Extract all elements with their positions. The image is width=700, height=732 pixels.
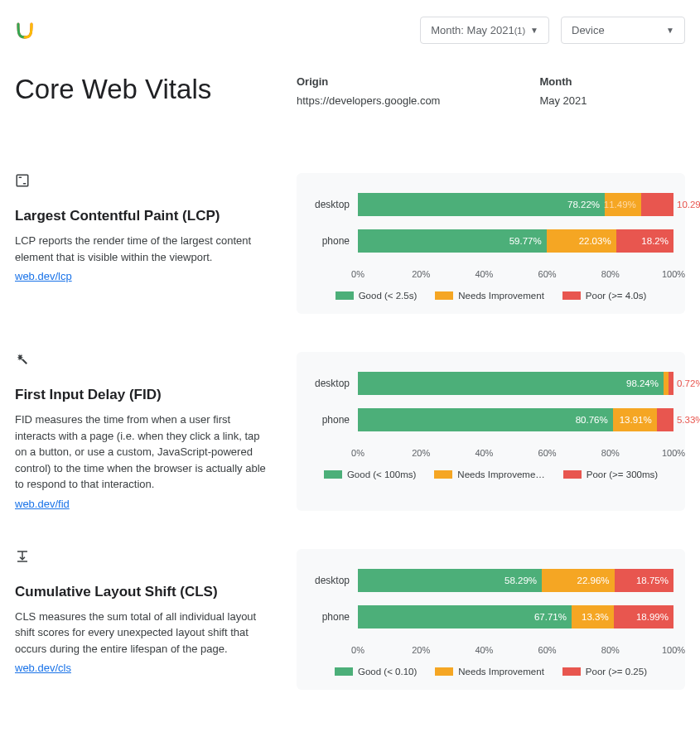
chevron-down-icon: ▼: [530, 26, 538, 35]
device-dropdown-label: Device: [572, 24, 605, 36]
fid-axis: 0% 20% 40% 60% 80% 100%: [358, 445, 673, 461]
lcp-desktop-needs: 11.49%: [605, 193, 641, 216]
month-dropdown-count: (1): [514, 26, 525, 36]
bar-label: phone: [308, 611, 358, 623]
cls-desc: CLS measures the sum total of all indivi…: [15, 609, 272, 657]
legend-needs: Needs Improvement: [435, 291, 544, 301]
legend-poor: Poor (>= 4.0s): [562, 291, 647, 301]
bar-label: phone: [308, 414, 358, 426]
device-dropdown[interactable]: Device ▼: [561, 17, 685, 44]
cls-legend: Good (< 0.10) Needs Improvement Poor (>=…: [308, 667, 673, 677]
bar-label: desktop: [308, 199, 358, 210]
month-dropdown-value: May 2021: [467, 24, 514, 36]
cls-section: Cumulative Layout Shift (CLS) CLS measur…: [15, 549, 685, 690]
fid-phone-poor: 5.33%: [657, 408, 673, 431]
app-logo: [15, 21, 35, 41]
lcp-title: Largest Contentful Paint (LCP): [15, 208, 272, 224]
title-row: Core Web Vitals Origin https://developer…: [15, 74, 685, 107]
month-label: Month: [539, 75, 587, 88]
bar-label: phone: [308, 235, 358, 247]
cls-axis: 0% 20% 40% 60% 80% 100%: [358, 642, 673, 658]
bar-label: desktop: [308, 378, 358, 389]
fid-title: First Input Delay (FID): [15, 387, 272, 403]
fid-icon: [15, 352, 30, 367]
cls-chart: desktop 58.29% 22.96% 18.75% phone 67.71…: [297, 549, 685, 690]
meta-block: Origin https://developers.google.com Mon…: [297, 75, 587, 107]
lcp-link[interactable]: web.dev/lcp: [15, 270, 72, 282]
fid-bar-desktop: desktop 98.24% 0.72%: [308, 372, 673, 395]
lcp-icon: [15, 173, 30, 188]
lcp-desktop-poor: 10.29%: [641, 193, 673, 216]
lcp-phone-good: 59.77%: [358, 229, 547, 253]
cls-link[interactable]: web.dev/cls: [15, 662, 71, 674]
cls-icon: [15, 549, 30, 564]
month-value: May 2021: [539, 94, 587, 107]
lcp-phone-poor: 18.2%: [616, 229, 673, 253]
cls-title: Cumulative Layout Shift (CLS): [15, 584, 272, 600]
fid-desktop-good: 98.24%: [358, 372, 664, 395]
cls-info: Cumulative Layout Shift (CLS) CLS measur…: [15, 549, 297, 690]
lcp-desktop-good: 78.22%: [358, 193, 605, 216]
fid-desktop-poor: 0.72%: [669, 372, 673, 395]
origin-value: https://developers.google.com: [297, 94, 440, 107]
legend-good: Good (< 0.10): [335, 667, 417, 677]
fid-chart: desktop 98.24% 0.72% phone 80.76% 13.91%…: [297, 352, 685, 511]
fid-phone-good: 80.76%: [358, 408, 613, 431]
legend-poor: Poor (>= 300ms): [563, 470, 658, 479]
fid-bar-phone: phone 80.76% 13.91% 5.33%: [308, 408, 673, 431]
lcp-desc: LCP reports the render time of the large…: [15, 233, 272, 265]
fid-link[interactable]: web.dev/fid: [15, 498, 70, 510]
page-title: Core Web Vitals: [15, 74, 297, 105]
fid-info: First Input Delay (FID) FID measures the…: [15, 352, 297, 511]
month-dropdown-label: Month:: [431, 24, 464, 36]
cls-phone-poor: 18.99%: [614, 605, 673, 628]
cls-bar-phone: phone 67.71% 13.3% 18.99%: [308, 605, 673, 628]
legend-needs: Needs Improvement: [435, 667, 544, 677]
legend-good: Good (< 100ms): [324, 470, 416, 479]
chevron-down-icon: ▼: [666, 26, 674, 35]
lcp-bar-phone: phone 59.77% 22.03% 18.2%: [308, 229, 673, 253]
cls-desktop-good: 58.29%: [358, 569, 542, 592]
controls-group: Month: May 2021 (1) ▼ Device ▼: [420, 17, 685, 44]
origin-meta: Origin https://developers.google.com: [297, 75, 440, 107]
lcp-chart: desktop 78.22% 11.49% 10.29% phone 59.77…: [297, 173, 685, 314]
svg-rect-0: [17, 175, 28, 186]
legend-needs: Needs Improveme…: [434, 470, 544, 479]
lcp-info: Largest Contentful Paint (LCP) LCP repor…: [15, 173, 297, 314]
cls-phone-good: 67.71%: [358, 605, 572, 628]
lcp-axis: 0% 20% 40% 60% 80% 100%: [358, 266, 673, 282]
cls-desktop-poor: 18.75%: [615, 569, 673, 592]
cls-desktop-needs: 22.96%: [542, 569, 614, 592]
fid-desc: FID measures the time from when a user f…: [15, 412, 272, 493]
legend-good: Good (< 2.5s): [336, 291, 418, 301]
lcp-phone-needs: 22.03%: [547, 229, 616, 253]
cls-phone-needs: 13.3%: [572, 605, 614, 628]
origin-label: Origin: [297, 75, 440, 88]
month-dropdown[interactable]: Month: May 2021 (1) ▼: [420, 17, 549, 44]
header-bar: Month: May 2021 (1) ▼ Device ▼: [15, 17, 685, 44]
fid-section: First Input Delay (FID) FID measures the…: [15, 352, 685, 511]
lcp-legend: Good (< 2.5s) Needs Improvement Poor (>=…: [308, 291, 673, 301]
fid-legend: Good (< 100ms) Needs Improveme… Poor (>=…: [308, 470, 673, 479]
cls-bar-desktop: desktop 58.29% 22.96% 18.75%: [308, 569, 673, 592]
month-meta: Month May 2021: [539, 75, 587, 107]
fid-phone-needs: 13.91%: [613, 408, 657, 431]
lcp-section: Largest Contentful Paint (LCP) LCP repor…: [15, 173, 685, 314]
lcp-bar-desktop: desktop 78.22% 11.49% 10.29%: [308, 193, 673, 216]
legend-poor: Poor (>= 0.25): [562, 667, 647, 677]
bar-label: desktop: [308, 575, 358, 586]
